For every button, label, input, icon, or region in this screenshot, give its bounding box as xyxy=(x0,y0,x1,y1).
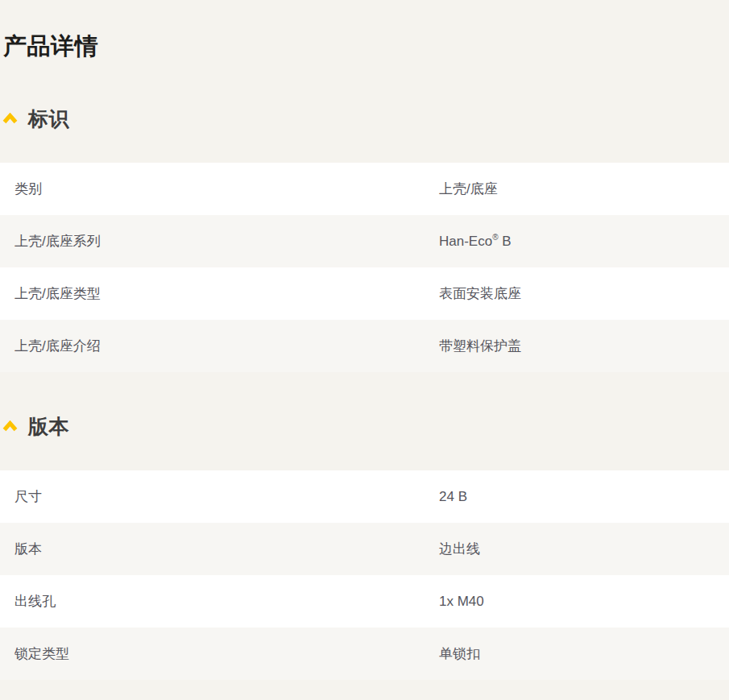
row-label: 上壳/底座类型 xyxy=(0,284,439,303)
table-row: 出线孔1x M40 xyxy=(0,575,729,628)
row-label: 尺寸 xyxy=(0,487,439,506)
chevron-up-icon xyxy=(2,113,18,124)
section-title: 版本 xyxy=(28,413,69,440)
table-row: 版本边出线 xyxy=(0,523,729,575)
section-header-identification[interactable]: 标识 xyxy=(2,106,729,130)
row-label: 出线孔 xyxy=(0,592,439,611)
table-row: 尺寸24 B xyxy=(0,470,729,523)
table-row: 上壳/底座类型表面安装底座 xyxy=(0,267,729,320)
row-label: 版本 xyxy=(0,540,439,558)
chevron-up-icon xyxy=(2,420,18,432)
table-row: 上壳/底座介绍带塑料保护盖 xyxy=(0,320,729,372)
row-value: 表面安装底座 xyxy=(439,284,729,303)
section-title: 标识 xyxy=(28,106,69,132)
version-table: 尺寸24 B版本边出线出线孔1x M40锁定类型单锁扣 xyxy=(0,470,729,680)
page-title: 产品详情 xyxy=(0,0,729,58)
table-row: 上壳/底座系列Han-Eco® B xyxy=(0,215,729,267)
row-value: 边出线 xyxy=(439,540,729,558)
row-label: 上壳/底座介绍 xyxy=(0,337,439,355)
row-value: Han-Eco® B xyxy=(439,234,729,250)
section-header-version[interactable]: 版本 xyxy=(2,414,729,438)
row-label: 上壳/底座系列 xyxy=(0,232,439,251)
row-label: 类别 xyxy=(0,180,439,198)
row-value: 带塑料保护盖 xyxy=(439,337,729,355)
row-value: 单锁扣 xyxy=(439,644,729,663)
row-value: 24 B xyxy=(439,489,729,505)
product-detail-page: 产品详情 标识 类别上壳/底座上壳/底座系列Han-Eco® B上壳/底座类型表… xyxy=(0,0,729,700)
table-row: 类别上壳/底座 xyxy=(0,163,729,215)
identification-table: 类别上壳/底座上壳/底座系列Han-Eco® B上壳/底座类型表面安装底座上壳/… xyxy=(0,163,729,372)
row-label: 锁定类型 xyxy=(0,644,439,663)
row-value: 1x M40 xyxy=(439,594,729,610)
table-row: 锁定类型单锁扣 xyxy=(0,628,729,680)
row-value: 上壳/底座 xyxy=(439,180,729,198)
